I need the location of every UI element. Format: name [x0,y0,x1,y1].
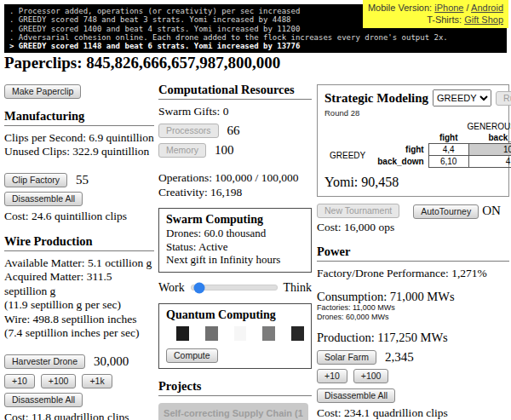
harvester-disassemble-all-button[interactable]: Disassemble All [4,393,83,407]
matrix-row-group: GREEDY [326,144,374,168]
swarm-status: Status: Active [166,240,304,254]
solar-plus100-button[interactable]: +100 [353,369,389,383]
solar-cost: Cost: 234.1 quadrillion clips [317,406,509,420]
factory-cost: Cost: 24.6 quintillion clips [4,210,154,224]
iphone-link[interactable]: iPhone [434,3,463,13]
matrix-row-header: fight [374,144,428,156]
clip-factory-button[interactable]: Clip Factory [4,173,67,187]
paperclip-counter: Paperclips: 845,826,666,657,987,800,000 [4,54,280,72]
available-matter: Available Matter: 5.1 octillion g [4,256,154,271]
creativity: Creativity: 16,198 [158,186,312,200]
photonic-chip [176,326,189,341]
photonic-chip [262,326,275,341]
quantum-computing-heading: Quantum Computing [166,308,304,322]
harvester-drone-button[interactable]: Harvester Drone [4,354,85,369]
link-separator: / [467,3,469,13]
wire-rate: (7.4 septillion inches per sec) [4,326,154,341]
harvester-cost: Cost: 11.8 quadrillion clips [4,411,154,420]
wire-amount: Wire: 498.8 septillion inches [4,313,154,327]
project-self-correcting-supply-chain[interactable]: Self-correcting Supply Chain (1 sextilli… [158,403,308,420]
console-message-latest: > GREEDY scored 1148 and beat 6 strats. … [9,42,502,50]
matrix-cell: 10,6 [468,144,511,156]
solar-plus10-button[interactable]: +10 [317,369,347,383]
factory-disassemble-all-button[interactable]: Disassemble All [4,192,83,206]
work-think-slider[interactable] [191,285,278,291]
yomi-counter: Yomi: 90,458 [324,175,502,190]
console-message: . Adversarial cohesion online. Each dron… [9,33,502,42]
run-button[interactable]: Run [496,91,511,106]
strategic-modeling-heading: Strategic Modeling [324,91,428,106]
matrix-col-header: fight [428,132,468,144]
harvester-drone-count: 30,000 [94,354,129,368]
operations: Operations: 100,000 / 100,000 [158,171,312,186]
middle-column: Computational Resources Swarm Gifts: 0 P… [158,83,312,420]
memory-button[interactable]: Memory [158,143,206,158]
slider-thumb[interactable] [193,282,204,293]
solar-farm-button[interactable]: Solar Farm [317,350,376,365]
power-heading: Power [317,245,509,262]
make-paperclip-button[interactable]: Make Paperclip [4,84,81,99]
harvester-plus10-button[interactable]: +10 [4,374,35,388]
matrix-cell: 4,4 [428,144,468,156]
solar-disassemble-all-button[interactable]: Disassemble All [317,388,395,403]
swarm-drones: Drones: 60.0 thousand [166,227,304,240]
drones-consumption-detail: Drones: 60,000 MWs [317,313,509,322]
factory-drone-performance: Factory/Drone Performance: 1,271% [317,267,509,281]
matrix-col-header: back_down [468,132,511,144]
clip-factory-count: 55 [76,173,89,187]
android-link[interactable]: Android [471,3,503,13]
autotourney-button[interactable]: AutoTourney [413,204,479,219]
tournament-cost: Cost: 16,000 ops [317,221,509,235]
gift-shop-link[interactable]: Gift Shop [464,14,503,25]
power-consumption: Consumption: 71,000 MWs [317,290,509,304]
project-title: Self-correcting Supply Chain (1 sextilli… [164,408,303,420]
autotourney-state: ON [482,204,501,217]
round-counter: Round 28 [324,108,502,118]
think-label: Think [284,281,312,295]
left-column: Make Paperclip Manufacturing Clips per S… [4,83,154,420]
strategy-select[interactable]: GREEDY [433,89,491,106]
quantum-compute-button[interactable]: Compute [166,348,218,363]
matrix-row-header: back_down [374,156,428,168]
memory-count: 100 [215,143,234,157]
manufacturing-heading: Manufacturing [4,109,154,126]
wire-production-heading: Wire Production [4,234,154,251]
swarm-gifts: Swarm Gifts: 0 [158,105,312,119]
photonic-chips [176,326,304,341]
harvester-plus100-button[interactable]: +100 [41,374,77,388]
right-column: Strategic Modeling GREEDY Run Round 28 G… [317,84,509,420]
matrix-col-group: GENEROUS [428,121,511,132]
new-tournament-button[interactable]: New Tournament [317,204,399,218]
matrix-cell: 6,10 [428,156,468,168]
factories-consumption-detail: Factories: 11,000 MWs [317,303,509,313]
acquired-matter-rate: (11.9 septillion g per sec) [4,298,154,313]
solar-farm-count: 2,345 [385,350,414,364]
matrix-cell: 4,4 [468,156,511,168]
unused-clips: Unused Clips: 322.9 quintillion [4,145,154,159]
payoff-matrix: GENEROUS fight back_down GREEDY fight 4,… [326,121,511,168]
mobile-version-label: Mobile Version: [368,3,432,13]
photonic-chip [291,326,304,341]
clips-per-second: Clips per Second: 6.9 quintillion [4,131,154,146]
photonic-chip [234,326,247,341]
work-think-slider-row: Work Think [158,281,312,295]
swarm-next-gift: Next gift in Infinity hours [166,253,304,267]
swarm-computing-box: Swarm Computing Drones: 60.0 thousand St… [158,208,312,273]
photonic-chip [205,326,218,341]
processors-button[interactable]: Processors [158,124,219,138]
tshirts-label: T-Shirts: [427,14,462,25]
acquired-matter: Acquired Matter: 311.5 septillion g [4,270,154,298]
promo-box: Mobile Version: iPhone / Android T-Shirt… [363,0,508,28]
projects-heading: Projects [158,379,312,396]
work-label: Work [158,281,185,295]
processors-count: 66 [227,124,240,137]
computational-resources-heading: Computational Resources [158,83,312,100]
quantum-computing-box: Quantum Computing Compute [158,303,312,370]
strategic-modeling-box: Strategic Modeling GREEDY Run Round 28 G… [317,84,509,197]
power-production: Production: 117,250 MWs [317,331,509,345]
swarm-computing-heading: Swarm Computing [166,212,304,227]
harvester-plus1k-button[interactable]: +1k [82,374,112,388]
